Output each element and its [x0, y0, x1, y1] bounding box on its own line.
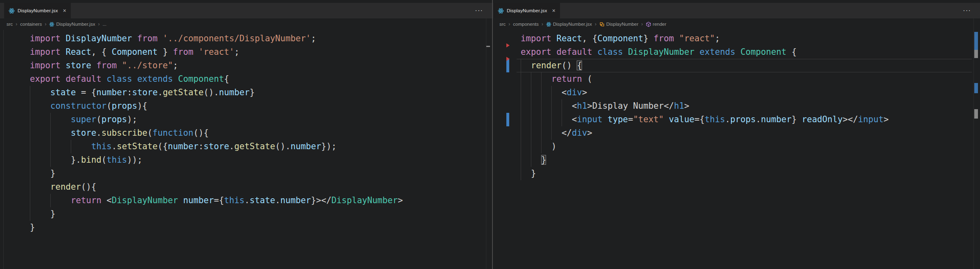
breadcrumb-separator: › — [98, 21, 100, 27]
indent-guide — [50, 140, 51, 153]
vscode-editor-area: DisplayNumber.jsx × ··· src›containers› … — [0, 0, 980, 269]
indent-guide — [521, 126, 521, 140]
tab-title: DisplayNumber.jsx — [18, 8, 58, 13]
code-line-9[interactable]: this.setState({number:store.getState().n… — [0, 140, 492, 153]
indent-guide — [30, 86, 30, 99]
indent-guide — [541, 72, 542, 86]
breadcrumb-separator: › — [641, 21, 643, 27]
breadcrumb: src›containers› DisplayNumber.jsx›... — [0, 18, 492, 30]
breadcrumb-item-displaynumber-jsx[interactable]: DisplayNumber.jsx — [49, 22, 95, 27]
breadcrumb-item-displaynumber-jsx[interactable]: DisplayNumber.jsx — [546, 22, 592, 27]
code-line-11[interactable]: } — [0, 167, 492, 180]
code-line-2[interactable]: import React, { Component } from 'react'… — [0, 45, 492, 59]
react-icon — [49, 22, 54, 27]
indent-guide — [521, 59, 521, 72]
code-line-6[interactable]: <h1>Display Number</h1> — [493, 99, 980, 113]
code-line-12[interactable]: render(){ — [0, 180, 492, 194]
breadcrumb-item-render[interactable]: render — [646, 22, 666, 27]
breadcrumb-item-displaynumber[interactable]: DisplayNumber — [599, 22, 638, 27]
indent-guide — [562, 99, 562, 113]
indent-guide — [30, 113, 30, 126]
code-line-2[interactable]: export default class DisplayNumber exten… — [493, 45, 980, 59]
more-actions-button[interactable]: ··· — [963, 3, 971, 18]
code-line-1[interactable]: import React, {Component} from "react"; — [493, 32, 980, 45]
code-line-9[interactable]: ) — [493, 140, 980, 153]
tab-displaynumber-jsx[interactable]: DisplayNumber.jsx × — [4, 3, 71, 18]
code-line-7[interactable]: super(props); — [0, 113, 492, 126]
react-icon — [9, 8, 15, 14]
code-editor[interactable]: import React, {Component} from "react";e… — [493, 30, 980, 269]
editor-group-sash[interactable] — [492, 0, 493, 269]
breadcrumb-item--[interactable]: ... — [103, 22, 107, 27]
indent-guide — [541, 126, 542, 140]
breadcrumb-item-src[interactable]: src — [499, 22, 506, 27]
indent-guide — [551, 126, 552, 140]
breadcrumb-label: DisplayNumber.jsx — [553, 22, 592, 27]
indent-guide — [50, 113, 51, 126]
indent-guide — [50, 126, 51, 140]
code-line-10[interactable]: }.bind(this)); — [0, 153, 492, 167]
breadcrumb-item-containers[interactable]: containers — [20, 22, 42, 27]
code-line-1[interactable]: import DisplayNumber from '../components… — [0, 32, 492, 45]
indent-guide — [30, 126, 30, 140]
breadcrumb-label: containers — [20, 22, 42, 27]
indent-guide — [551, 86, 552, 99]
overview-ruler[interactable] — [973, 18, 974, 269]
code-line-4[interactable]: export default class extends Component{ — [0, 72, 492, 86]
class-icon — [599, 22, 605, 27]
tab-bar: DisplayNumber.jsx × ··· — [493, 3, 980, 18]
editor-group-right: DisplayNumber.jsx × ··· src›components› … — [493, 0, 980, 269]
indent-guide — [521, 113, 521, 126]
code-line-4[interactable]: return ( — [493, 72, 980, 86]
code-line-5[interactable]: state = {number:store.getState().number} — [0, 86, 492, 99]
breadcrumb-label: render — [653, 22, 666, 27]
breadcrumb-label: src — [499, 22, 506, 27]
breadcrumb-separator: › — [508, 21, 510, 27]
indent-guide — [71, 140, 71, 153]
indent-guide — [50, 194, 51, 207]
code-editor[interactable]: import DisplayNumber from '../components… — [0, 30, 492, 269]
indent-guide — [541, 113, 542, 126]
indent-guide — [50, 153, 51, 167]
breadcrumb: src›components› DisplayNumber.jsx› Displ… — [493, 18, 980, 30]
react-icon — [498, 8, 504, 14]
indent-guide — [562, 113, 562, 126]
indent-guide — [541, 99, 542, 113]
indent-guide — [30, 153, 30, 167]
code-line-8[interactable]: store.subscribe(function(){ — [0, 126, 492, 140]
code-line-11[interactable]: } — [493, 167, 980, 180]
breadcrumb-separator: › — [542, 21, 543, 27]
breadcrumb-label: DisplayNumber — [606, 22, 638, 27]
tab-title: DisplayNumber.jsx — [507, 8, 547, 13]
indent-guide — [541, 86, 542, 99]
code-line-8[interactable]: </div> — [493, 126, 980, 140]
code-line-3[interactable]: render() { — [493, 59, 980, 72]
close-icon[interactable]: × — [552, 8, 555, 13]
code-line-6[interactable]: constructor(props){ — [0, 99, 492, 113]
code-line-10[interactable]: } — [493, 153, 980, 167]
indent-guide — [30, 194, 30, 207]
breadcrumb-label: src — [7, 22, 13, 27]
code-line-5[interactable]: <div> — [493, 86, 980, 99]
react-icon — [546, 22, 551, 27]
tab-displaynumber-jsx[interactable]: DisplayNumber.jsx × — [493, 3, 560, 18]
breadcrumb-item-components[interactable]: components — [513, 22, 539, 27]
indent-guide — [531, 153, 531, 167]
code-line-14[interactable]: } — [0, 207, 492, 221]
code-line-13[interactable]: return <DisplayNumber number={this.state… — [0, 194, 492, 207]
more-actions-button[interactable]: ··· — [475, 3, 483, 18]
code-line-3[interactable]: import store from "../store"; — [0, 59, 492, 72]
indent-guide — [30, 99, 30, 113]
breadcrumb-item-src[interactable]: src — [7, 22, 13, 27]
close-icon[interactable]: × — [63, 8, 66, 13]
indent-guide — [541, 140, 542, 153]
indent-guide — [531, 86, 531, 99]
breadcrumb-separator: › — [595, 21, 596, 27]
code-line-7[interactable]: <input type="text" value={this.props.num… — [493, 113, 980, 126]
indent-guide — [30, 207, 30, 221]
code-line-15[interactable]: } — [0, 221, 492, 234]
indent-guide — [531, 113, 531, 126]
indent-guide — [30, 180, 30, 194]
indent-guide — [521, 167, 521, 180]
overview-ruler[interactable] — [486, 18, 486, 269]
